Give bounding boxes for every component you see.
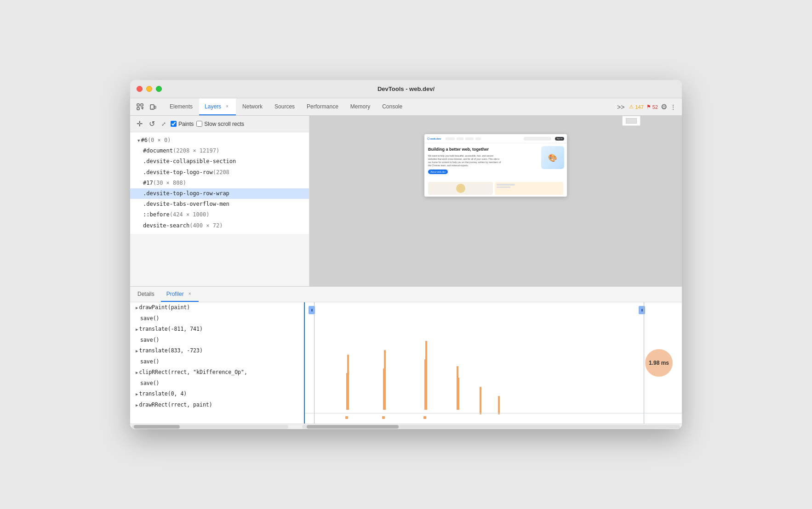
layer-item-root[interactable]: ▼#6(0 × 0) <box>130 135 309 146</box>
paints-checkbox-group[interactable]: Paints <box>171 121 194 127</box>
tab-layers-close[interactable]: × <box>224 103 230 110</box>
device-icon[interactable] <box>148 102 159 113</box>
webdev-cards <box>424 180 567 197</box>
paint-bar-8 <box>457 378 459 410</box>
tab-details[interactable]: Details <box>132 287 160 302</box>
rotate-tool-icon[interactable]: ↺ <box>147 118 157 130</box>
tab-performance[interactable]: Performance <box>301 98 344 115</box>
tab-sources-label: Sources <box>274 103 295 110</box>
tab-console[interactable]: Console <box>377 98 408 115</box>
layer-item-before[interactable]: ::before(424 × 1000) <box>130 209 309 220</box>
tab-memory[interactable]: Memory <box>345 98 376 115</box>
svg-point-5 <box>152 108 153 109</box>
warnings-count: 147 <box>635 104 643 110</box>
left-scrollbar-track[interactable] <box>132 425 288 429</box>
cmd-save4[interactable]: save() <box>130 378 304 389</box>
cmd-translate2[interactable]: ▶translate(833, -723) <box>130 345 304 356</box>
cmd-save3[interactable]: save() <box>130 356 304 368</box>
tab-network[interactable]: Network <box>237 98 268 115</box>
warnings-badge: ⚠ 147 <box>629 104 643 110</box>
paint-bar-2 <box>347 355 349 410</box>
move-tool-icon[interactable]: ✛ <box>135 118 144 130</box>
right-scrollbar-thumb[interactable] <box>307 425 399 429</box>
tab-profiler[interactable]: Profiler × <box>161 287 199 302</box>
cmd-save1[interactable]: save() <box>130 313 304 324</box>
tab-details-label: Details <box>137 291 154 297</box>
layer-item-document[interactable]: #document(2208 × 12197) <box>130 146 309 156</box>
title-bar: DevTools - web.dev/ <box>130 80 682 98</box>
hero-title: Building a better web, together <box>428 147 503 153</box>
devtools-window: DevTools - web.dev/ Element <box>130 80 682 429</box>
tab-layers[interactable]: Layers × <box>199 98 236 115</box>
lower-section: Details Profiler × ▶drawPaint(paint) sav… <box>130 287 682 429</box>
warning-icon: ⚠ <box>629 104 634 110</box>
tab-elements[interactable]: Elements <box>164 98 198 115</box>
paints-checkbox[interactable] <box>171 121 177 127</box>
close-button[interactable] <box>137 86 143 92</box>
card-2 <box>495 182 563 195</box>
layers-sidebar: ✛ ↺ ⤢ Paints Slow scroll rects <box>130 116 309 286</box>
layer-item-collapsible[interactable]: .devsite-collapsible-section <box>130 156 309 167</box>
layer-item-devsite-search[interactable]: devsite-search(400 × 72) <box>130 221 309 231</box>
tab-layers-label: Layers <box>205 103 221 110</box>
svg-rect-0 <box>137 104 139 106</box>
scrollbar-area <box>130 424 682 429</box>
timeline-inner: ⏸ ⏸ <box>305 302 682 424</box>
slow-scroll-checkbox-group[interactable]: Slow scroll rects <box>196 121 244 127</box>
errors-badge: ⚑ 52 <box>646 104 658 110</box>
paint-bar-6 <box>425 341 427 410</box>
timeline-mark-2 <box>382 416 385 419</box>
timeline-line-left <box>314 302 315 424</box>
hero-desc: We want to help you build beautiful, acc… <box>428 154 503 167</box>
settings-button[interactable]: ⚙ <box>661 102 667 111</box>
tab-sources[interactable]: Sources <box>269 98 300 115</box>
timer-label: 1.98 ms <box>649 360 669 366</box>
layers-panel: ▼#6(0 × 0) #document(2208 × 12197) .devs… <box>130 132 309 234</box>
webdev-hero: Building a better web, together We want … <box>424 143 567 180</box>
overflow-button[interactable]: >> <box>615 102 626 112</box>
right-scrollbar-track[interactable] <box>302 425 680 429</box>
tab-performance-label: Performance <box>307 103 338 110</box>
timeline-separator <box>305 413 682 413</box>
slow-scroll-label: Slow scroll rects <box>204 121 244 127</box>
tab-network-label: Network <box>242 103 263 110</box>
card-1 <box>428 182 493 195</box>
layer-item-tabs-overflow[interactable]: .devsite-tabs-overflow-men <box>130 199 309 209</box>
timeline-line-right <box>644 302 644 424</box>
cmd-drawPaint[interactable]: ▶drawPaint(paint) <box>130 302 304 313</box>
error-icon: ⚑ <box>646 104 651 110</box>
svg-rect-4 <box>154 106 156 108</box>
selector-icon[interactable] <box>135 102 146 113</box>
timeline-area: ⏸ ⏸ <box>305 302 682 424</box>
profiler-content: ▶drawPaint(paint) save() ▶translate(-811… <box>130 302 682 424</box>
layer-item-top-logo-row[interactable]: .devsite-top-logo-row(2208 <box>130 167 309 178</box>
more-button[interactable]: ⋮ <box>670 103 676 111</box>
paint-bar-10 <box>498 396 500 414</box>
window-title: DevTools - web.dev/ <box>377 85 435 92</box>
main-content: ✛ ↺ ⤢ Paints Slow scroll rects <box>130 116 682 429</box>
cmd-translate1[interactable]: ▶translate(-811, 741) <box>130 324 304 335</box>
cmd-save2[interactable]: save() <box>130 335 304 346</box>
minimize-button[interactable] <box>146 86 152 92</box>
small-preview-box <box>622 116 640 126</box>
slow-scroll-checkbox[interactable] <box>196 121 202 127</box>
paint-bar-4 <box>384 350 386 410</box>
cmd-clipRRect[interactable]: ▶clipRRect(rrect, "kDifference_Op", <box>130 367 304 378</box>
tab-bar: Elements Layers × Network Sources Perfor… <box>130 98 682 116</box>
resize-tool-icon[interactable]: ⤢ <box>160 119 168 129</box>
layer-item-id17[interactable]: #17(30 × 808) <box>130 178 309 188</box>
profiler-tabs: Details Profiler × <box>130 287 682 302</box>
tab-console-label: Console <box>382 103 402 110</box>
cmd-drawRRect[interactable]: ▶drawRRect(rrect, paint) <box>130 400 304 411</box>
traffic-lights <box>137 86 162 92</box>
layer-item-top-logo-row-wrap[interactable]: .devsite-top-logo-row-wrap <box>130 188 309 199</box>
preview-content: ⬡ web.dev Sign In <box>309 116 682 286</box>
tab-bar-right: >> ⚠ 147 ⚑ 52 ⚙ ⋮ <box>615 98 680 115</box>
tab-profiler-close[interactable]: × <box>187 291 193 297</box>
tab-elements-label: Elements <box>170 103 193 110</box>
maximize-button[interactable] <box>156 86 162 92</box>
left-scrollbar-thumb[interactable] <box>134 425 180 429</box>
cmd-translate3[interactable]: ▶translate(0, 4) <box>130 389 304 400</box>
timer-badge: 1.98 ms <box>645 349 673 377</box>
errors-count: 52 <box>652 104 658 110</box>
